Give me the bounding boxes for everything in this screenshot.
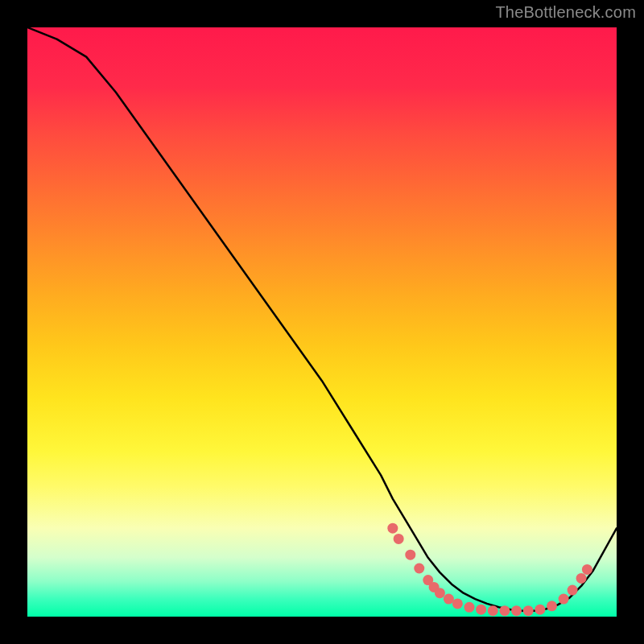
data-marker (582, 564, 592, 575)
data-marker (576, 573, 587, 584)
data-marker (568, 585, 578, 596)
chart-plot-area (27, 27, 617, 617)
data-marker (464, 602, 475, 613)
data-marker (387, 523, 398, 534)
attribution-text: TheBottleneck.com (495, 3, 636, 22)
chart-curve (27, 27, 617, 611)
data-marker (488, 605, 498, 616)
data-marker (414, 563, 424, 573)
data-marker (535, 605, 545, 615)
data-marker (405, 550, 415, 560)
chart-outer-frame: TheBottleneck.com (0, 0, 644, 644)
data-marker (435, 588, 445, 598)
chart-markers (387, 523, 592, 616)
data-marker (452, 598, 463, 609)
data-marker (476, 605, 486, 615)
data-marker (523, 605, 534, 616)
data-marker (394, 534, 404, 544)
data-marker (547, 601, 557, 611)
data-marker (499, 605, 510, 616)
chart-svg (27, 27, 617, 617)
data-marker (444, 594, 454, 605)
data-marker (559, 594, 569, 605)
data-marker (511, 605, 522, 616)
